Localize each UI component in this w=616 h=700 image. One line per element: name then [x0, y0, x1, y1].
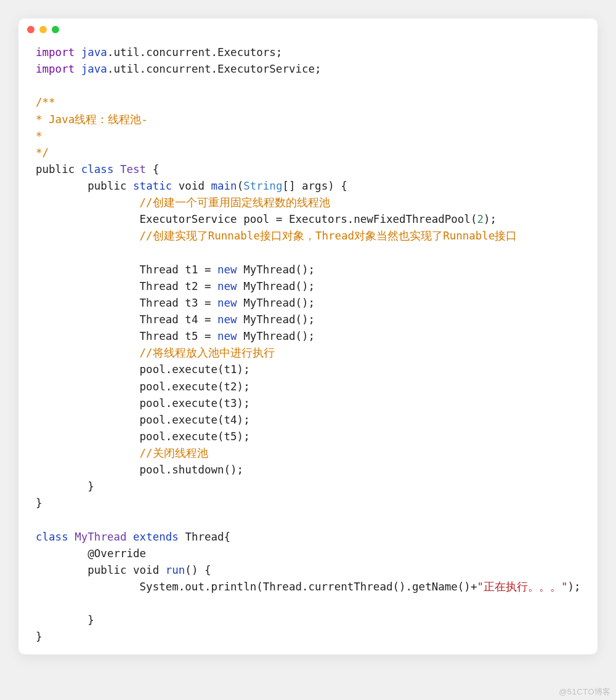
code-text: = — [198, 280, 217, 292]
code-text: 3 — [192, 297, 198, 309]
comment-line: //将线程放入池中进行执行 — [140, 347, 275, 359]
package-root: java — [81, 46, 107, 58]
code-text: Thread t — [140, 264, 192, 276]
code-area[interactable]: import java.util.concurrent.Executors; i… — [18, 36, 594, 654]
comment-line: //创建一个可重用固定线程数的线程池 — [140, 196, 330, 209]
keyword-new: new — [217, 280, 237, 292]
keyword-import: import — [36, 46, 75, 58]
brace-open: { — [146, 163, 159, 175]
keyword-public: public — [36, 163, 75, 175]
keyword-void: void — [172, 180, 211, 192]
keyword-extends: extends — [133, 531, 179, 543]
code-text: ); — [484, 213, 496, 225]
method-main: main — [211, 180, 237, 192]
code-text: pool.shutdown(); — [140, 464, 244, 476]
type-string: String — [243, 180, 282, 192]
keyword-public: public — [87, 180, 126, 192]
code-text: MyThread(); — [237, 264, 315, 276]
brace-close: } — [36, 497, 43, 509]
code-text: pool.execute(t4); — [140, 414, 250, 426]
minimize-icon[interactable] — [39, 26, 47, 33]
code-text: pool.execute(t3); — [140, 397, 250, 409]
code-text: 1 — [192, 264, 198, 276]
keyword-new: new — [217, 297, 237, 309]
code-text: 2 — [192, 280, 198, 292]
comment-line: //关闭线程池 — [140, 447, 208, 459]
keyword-new: new — [217, 313, 237, 326]
code-text: = — [198, 264, 217, 276]
class-name: MyThread — [75, 531, 126, 543]
code-text: pool.execute(t5); — [140, 430, 250, 443]
close-icon[interactable] — [27, 26, 34, 33]
code-text: MyThread(); — [237, 280, 315, 292]
keyword-new: new — [217, 264, 237, 276]
keyword-void: void — [127, 564, 166, 576]
annotation-override: @Override — [87, 547, 146, 560]
code-text: System.out.println(Thread.currentThread(… — [140, 581, 477, 593]
code-text: 5 — [192, 330, 198, 342]
doc-comment: * Java线程：线程池- — [36, 113, 148, 126]
keyword-static: static — [133, 180, 172, 192]
code-text: () { — [185, 564, 211, 576]
code-text: ExecutorService pool = Executors.newFixe… — [140, 213, 477, 225]
package-root: java — [81, 63, 107, 75]
doc-comment: /** — [36, 96, 55, 108]
code-text: pool.execute(t2); — [140, 380, 250, 393]
code-text: Thread t — [140, 280, 192, 292]
code-text: = — [198, 313, 217, 326]
code-text: Thread t — [140, 297, 192, 309]
code-scroll-container: import java.util.concurrent.Executors; i… — [18, 36, 598, 654]
keyword-new: new — [217, 330, 237, 342]
window-titlebar — [18, 18, 598, 36]
doc-comment: */ — [36, 147, 49, 159]
keyword-class: class — [36, 531, 68, 543]
code-text: MyThread(); — [237, 297, 315, 309]
code-window: import java.util.concurrent.Executors; i… — [18, 18, 598, 654]
package-tail: .util.concurrent.Executors; — [107, 46, 282, 58]
code-text: MyThread(); — [237, 313, 315, 326]
code-text: pool.execute(t1); — [140, 363, 250, 376]
method-run: run — [166, 564, 185, 576]
code-text: = — [198, 297, 217, 309]
package-tail: .util.concurrent.ExecutorService; — [107, 63, 322, 75]
code-text: MyThread(); — [237, 330, 315, 342]
maximize-icon[interactable] — [52, 26, 59, 33]
keyword-import: import — [36, 63, 75, 75]
doc-comment: * — [36, 130, 43, 142]
code-text: Thread t — [140, 330, 192, 342]
keyword-class: class — [81, 163, 114, 175]
code-text: = — [198, 330, 217, 342]
string-literal: "正在执行。。。" — [477, 581, 567, 593]
brace-close: } — [36, 630, 43, 643]
code-text: Thread t — [140, 313, 192, 326]
brace-close: } — [87, 614, 94, 626]
brace-close: } — [87, 480, 94, 493]
code-text: ); — [568, 581, 581, 593]
number-literal: 2 — [477, 213, 484, 225]
class-name: Test — [120, 163, 146, 175]
keyword-public: public — [87, 564, 126, 576]
comment-line: //创建实现了Runnable接口对象，Thread对象当然也实现了Runnab… — [140, 230, 517, 242]
code-text: Thread{ — [179, 531, 230, 543]
code-text: 4 — [192, 313, 198, 326]
paren-open: ( — [237, 180, 244, 192]
args-tail: [] args) { — [282, 180, 347, 192]
